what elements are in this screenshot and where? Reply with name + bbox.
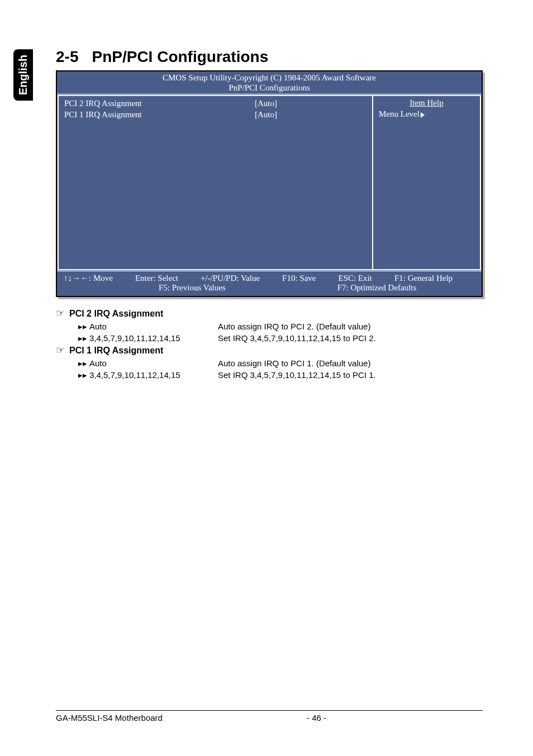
option-desc: Set IRQ 3,4,5,7,9,10,11,12,14,15 to PCI … (218, 369, 483, 381)
hint-save: F10: Save (282, 274, 316, 283)
page-footer: GA-M55SLI-S4 Motherboard - 46 - (56, 710, 483, 722)
option-row: ▸▸ Auto Auto assign IRQ to PCI 2. (Defau… (78, 320, 483, 332)
hint-esc: ESC: Exit (339, 274, 372, 283)
bios-subtitle: PnP/PCI Configurations (57, 83, 482, 94)
hand-icon: ☞ (56, 344, 65, 356)
double-arrow-icon: ▸▸ (78, 320, 87, 332)
setting-label: PCI 2 IRQ Assignment (64, 98, 255, 109)
heading-number: 2-5 (56, 48, 78, 65)
section-heading: 2-5PnP/PCI Configurations (56, 48, 483, 66)
option-key: Auto (89, 357, 218, 369)
option-header: ☞PCI 1 IRQ Assignment (56, 344, 483, 356)
option-row: ▸▸ 3,4,5,7,9,10,11,12,14,15 Set IRQ 3,4,… (78, 369, 483, 381)
bios-window: CMOS Setup Utility-Copyright (C) 1984-20… (56, 70, 483, 297)
bios-title: CMOS Setup Utility-Copyright (C) 1984-20… (57, 71, 482, 83)
bios-settings-panel: PCI 2 IRQ Assignment [Auto] PCI 1 IRQ As… (58, 95, 372, 270)
footer-title: GA-M55SLI-S4 Motherboard (56, 713, 307, 722)
option-row: ▸▸ 3,4,5,7,9,10,11,12,14,15 Set IRQ 3,4,… (78, 332, 483, 344)
setting-value: [Auto] (255, 109, 367, 121)
hint-help: F1: General Help (394, 274, 453, 283)
double-arrow-icon: ▸▸ (78, 357, 87, 369)
hint-value: +/-/PU/PD: Value (201, 274, 260, 283)
menu-level-label: Menu Level (379, 109, 474, 119)
options-description: ☞PCI 2 IRQ Assignment ▸▸ Auto Auto assig… (56, 307, 483, 381)
double-arrow-icon: ▸▸ (78, 369, 87, 381)
option-desc: Set IRQ 3,4,5,7,9,10,11,12,14,15 to PCI … (218, 332, 483, 344)
heading-title: PnP/PCI Configurations (92, 48, 268, 65)
triangle-right-icon (420, 109, 425, 118)
page-content: 2-5PnP/PCI Configurations CMOS Setup Uti… (0, 0, 533, 381)
bios-setting-row[interactable]: PCI 1 IRQ Assignment [Auto] (64, 109, 367, 121)
bios-help-panel: Item Help Menu Level (372, 95, 481, 270)
page-number: - 46 - (307, 713, 326, 722)
setting-label: PCI 1 IRQ Assignment (64, 109, 255, 121)
option-key: Auto (89, 320, 218, 332)
bios-footer-line2: F5: Previous Values F7: Optimized Defaul… (64, 283, 475, 293)
double-arrow-icon: ▸▸ (78, 332, 87, 344)
language-tab: English (13, 49, 33, 101)
bios-setting-row[interactable]: PCI 2 IRQ Assignment [Auto] (64, 98, 367, 109)
setting-value: [Auto] (255, 98, 367, 109)
hand-icon: ☞ (56, 308, 65, 319)
item-help-label: Item Help (379, 98, 474, 108)
option-desc: Auto assign IRQ to PCI 1. (Default value… (218, 357, 483, 369)
bios-footer: ↑↓→←: Move Enter: Select +/-/PU/PD: Valu… (57, 271, 482, 296)
bios-main-area: PCI 2 IRQ Assignment [Auto] PCI 1 IRQ As… (57, 94, 482, 271)
hint-enter: Enter: Select (135, 274, 178, 283)
option-row: ▸▸ Auto Auto assign IRQ to PCI 1. (Defau… (78, 357, 483, 369)
hint-move: ↑↓→←: Move (64, 274, 113, 283)
hint-opt: F7: Optimized Defaults (337, 283, 417, 293)
option-key: 3,4,5,7,9,10,11,12,14,15 (89, 369, 218, 381)
option-header: ☞PCI 2 IRQ Assignment (56, 307, 483, 319)
bios-footer-line1: ↑↓→←: Move Enter: Select +/-/PU/PD: Valu… (64, 274, 475, 283)
option-desc: Auto assign IRQ to PCI 2. (Default value… (218, 320, 483, 332)
option-key: 3,4,5,7,9,10,11,12,14,15 (89, 332, 218, 344)
hint-prev: F5: Previous Values (159, 283, 226, 293)
